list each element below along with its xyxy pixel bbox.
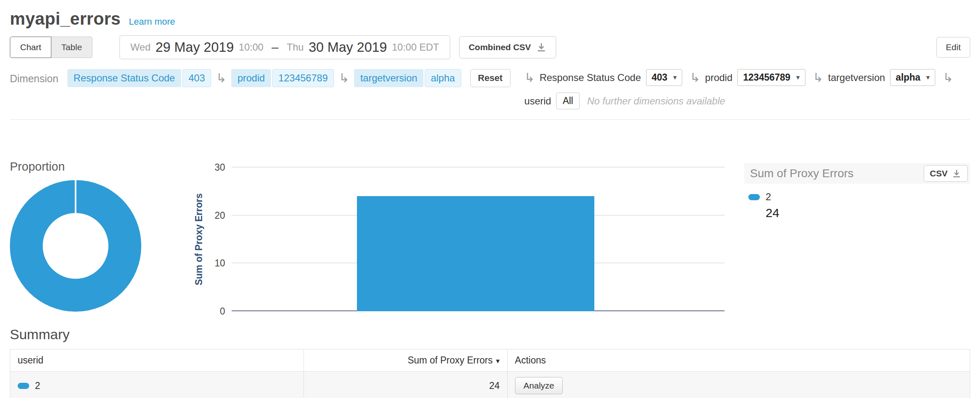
drilldown-arrow-icon: ↳ [339, 72, 349, 84]
drilldown-arrow-icon: ↳ [813, 72, 823, 84]
learn-more-link[interactable]: Learn more [129, 16, 175, 27]
caret-down-icon: ▾ [673, 73, 677, 82]
chip-name: prodid [231, 69, 271, 87]
start-date: 29 May 2019 [155, 39, 234, 55]
legend-item-label: 2 [766, 191, 771, 203]
chip-value: 403 [182, 69, 211, 87]
summary-table: userid Sum of Proxy Errors▾ Actions 2 24… [10, 349, 970, 398]
sort-desc-icon: ▾ [496, 357, 500, 365]
combined-csv-label: Combined CSV [469, 42, 531, 52]
tab-chart[interactable]: Chart [10, 37, 51, 58]
selector-value: 123456789 [743, 72, 790, 83]
legend-swatch [748, 194, 760, 200]
y-axis-title: Sum of Proxy Errors [191, 167, 207, 311]
proportion-label: Proportion [10, 160, 174, 174]
drilldown-arrow-icon: ↳ [943, 72, 953, 84]
download-icon [952, 169, 962, 178]
column-header-actions: Actions [507, 349, 970, 372]
csv-button[interactable]: CSV [924, 165, 968, 182]
breadcrumb-chip-prodid[interactable]: prodid 123456789 [231, 69, 334, 87]
cell-actions: Analyze [507, 372, 970, 398]
cell-userid: 2 [10, 372, 304, 398]
drilldown-arrow-icon: ↳ [525, 72, 535, 84]
breadcrumb-chip-targetversion[interactable]: targetversion alpha [354, 69, 461, 87]
edit-button[interactable]: Edit [936, 37, 970, 58]
y-axis-ticks: 0102030 [207, 167, 232, 311]
section-divider [10, 119, 970, 120]
y-tick-label: 0 [220, 306, 225, 317]
selector-prodid: ↳ prodid 123456789 ▾ [690, 69, 805, 86]
selector-dropdown-targetversion[interactable]: alpha ▾ [890, 69, 936, 86]
edit-label: Edit [946, 42, 961, 52]
column-header-label: Sum of Proxy Errors [407, 355, 492, 366]
chip-name: Response Status Code [67, 69, 181, 87]
bar-proxy-errors[interactable] [357, 196, 594, 311]
selector-dropdown-userid[interactable]: All [556, 93, 580, 109]
reset-button[interactable]: Reset [470, 69, 511, 87]
gridline [232, 167, 725, 167]
donut-slice-seam [75, 180, 76, 214]
legend-header: Sum of Proxy Errors CSV [744, 163, 970, 184]
legend-title: Sum of Proxy Errors [750, 167, 853, 180]
analyze-button[interactable]: Analyze [515, 377, 563, 394]
selector-userid: userid All [525, 93, 580, 109]
cell-sum-of-proxy-errors: 24 [304, 372, 507, 398]
column-header-sum-of-proxy-errors[interactable]: Sum of Proxy Errors▾ [304, 349, 507, 372]
chip-value: alpha [425, 69, 461, 87]
selector-name: Response Status Code [540, 72, 641, 83]
caret-down-icon: ▾ [926, 73, 930, 82]
end-time: 10:00 EDT [392, 42, 439, 53]
tab-table[interactable]: Table [51, 37, 92, 58]
selector-value: 403 [652, 72, 667, 83]
y-tick-label: 30 [214, 162, 225, 173]
drilldown-arrow-icon: ↳ [690, 72, 700, 84]
no-further-dimensions-note: No further dimensions available [587, 95, 725, 107]
selector-value: alpha [896, 72, 920, 83]
dimension-label: Dimension [10, 69, 58, 85]
chip-name: targetversion [354, 69, 423, 87]
date-range-picker[interactable]: Wed 29 May 2019 10:00 – Thu 30 May 2019 … [120, 35, 450, 59]
legend-item[interactable]: 2 [748, 191, 970, 203]
legend-item-value: 24 [766, 206, 970, 220]
selector-row-2: userid All No further dimensions availab… [525, 93, 953, 109]
caret-down-icon: ▾ [796, 73, 800, 82]
selector-dropdown-response-status-code[interactable]: 403 ▾ [646, 69, 683, 86]
donut-hole [43, 213, 108, 279]
bar-plot [232, 167, 725, 311]
selector-response-status-code: ↳ Response Status Code 403 ▾ [525, 69, 683, 86]
start-day: Wed [131, 42, 151, 53]
end-date: 30 May 2019 [308, 39, 387, 55]
combined-csv-button[interactable]: Combined CSV [459, 36, 556, 58]
y-tick-label: 20 [214, 210, 225, 221]
dimension-selectors: ↳ Response Status Code 403 ▾ ↳ prodid 12… [525, 69, 953, 109]
legend-panel: Sum of Proxy Errors CSV 2 24 [744, 163, 970, 220]
dimension-breadcrumbs: Response Status Code 403 ↳ prodid 123456… [67, 69, 461, 87]
start-time: 10:00 [239, 42, 263, 53]
donut-chart[interactable] [10, 180, 141, 312]
selector-name: targetversion [828, 72, 885, 83]
charts-row: Proportion Sum of Proxy Errors 0102030 S… [10, 160, 970, 312]
csv-label: CSV [930, 169, 948, 178]
selector-targetversion: ↳ targetversion alpha ▾ [813, 69, 936, 86]
selector-name: prodid [705, 72, 733, 83]
series-swatch [18, 383, 29, 389]
dimension-bar: Dimension Response Status Code 403 ↳ pro… [10, 69, 970, 109]
proportion-panel: Proportion [10, 160, 174, 312]
page-title: myapi_errors [10, 9, 121, 29]
report-page: myapi_errors Learn more Chart Table Wed … [0, 0, 980, 398]
selector-row-1: ↳ Response Status Code 403 ▾ ↳ prodid 12… [525, 69, 953, 86]
end-day: Thu [287, 42, 304, 53]
drilldown-arrow-icon: ↳ [216, 72, 226, 84]
selector-dropdown-prodid[interactable]: 123456789 ▾ [737, 69, 805, 86]
summary-heading: Summary [10, 326, 970, 342]
column-header-userid: userid [10, 349, 304, 372]
date-range-separator: – [271, 40, 278, 54]
y-tick-label: 10 [214, 258, 225, 269]
summary-header-row: userid Sum of Proxy Errors▾ Actions [10, 349, 970, 372]
toolbar: Chart Table Wed 29 May 2019 10:00 – Thu … [10, 35, 970, 59]
download-icon [536, 42, 547, 53]
breadcrumb-chip-response-status-code[interactable]: Response Status Code 403 [67, 69, 211, 87]
chip-value: 123456789 [272, 69, 334, 87]
bar-chart: Sum of Proxy Errors 0102030 [191, 167, 725, 311]
selector-name: userid [525, 95, 551, 107]
